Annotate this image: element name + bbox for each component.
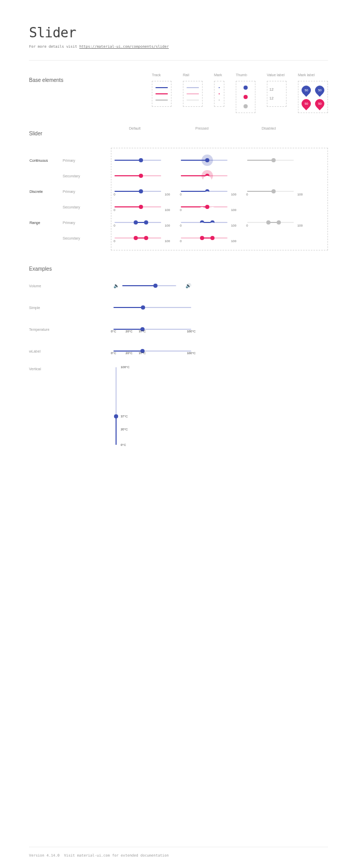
col-track: Track <box>152 73 161 77</box>
slider-continuous-disabled <box>247 155 300 166</box>
ex-vertical-label: Vertical <box>29 367 113 371</box>
slider-discrete-secondary-default[interactable]: 0100 <box>115 201 167 213</box>
col-mark: Mark <box>214 73 222 77</box>
slider-simple[interactable] <box>113 302 191 313</box>
state-pressed: Pressed <box>195 127 262 145</box>
state-disabled: Disabled <box>262 127 328 145</box>
slider-wlabel[interactable]: 37 0°C 20°C 37°C 100°C <box>113 345 191 357</box>
rail-primary <box>187 87 199 88</box>
page-title: Slider <box>29 25 328 40</box>
rail-disabled <box>187 100 199 101</box>
value-label-0: 12 <box>269 88 284 91</box>
ex-temperature-label: Temperature <box>29 328 113 331</box>
footer-divider <box>29 847 328 847</box>
thumb-samples <box>236 81 255 113</box>
col-rail: Rail <box>183 73 189 77</box>
pin-primary-right: 50 <box>313 83 326 96</box>
slider-continuous-primary-pressed[interactable] <box>181 155 234 166</box>
intro-text: For more details visit https://material-… <box>29 45 328 49</box>
mark-secondary <box>219 93 220 94</box>
mark-primary <box>219 87 220 88</box>
slider-continuous-primary-default[interactable] <box>115 155 167 166</box>
ex-wlabel-label: wLabel <box>29 349 113 353</box>
ex-volume-label: Volume <box>29 284 113 288</box>
slider-temperature[interactable]: 0°C 20°C 37°C 100°C <box>113 324 191 335</box>
thumb-disabled <box>244 104 248 108</box>
ex-simple-label: Simple <box>29 306 113 310</box>
docs-link[interactable]: https://material-ui.com/components/slide… <box>79 45 169 49</box>
slider-range-disabled: 0100 <box>247 217 300 228</box>
pin-primary-left: 50 <box>299 83 312 96</box>
mark-samples <box>214 81 224 107</box>
col-value-label: Value label <box>267 73 284 77</box>
cat-range: Range <box>30 221 63 225</box>
track-secondary <box>155 93 168 94</box>
rail-samples <box>183 81 203 107</box>
footer-note: Visit material-ui.com for extended docum… <box>64 853 168 858</box>
track-primary <box>155 87 168 88</box>
track-disabled <box>155 100 168 101</box>
track-samples <box>152 81 172 107</box>
cat-discrete: Discrete <box>30 190 63 193</box>
state-default: Default <box>129 127 195 145</box>
pin-secondary-left: 50 <box>299 97 312 110</box>
slider-range-secondary-pressed[interactable]: 40600100 <box>181 232 234 244</box>
volume-down-icon: 🔈 <box>113 283 119 288</box>
thumb-secondary <box>244 95 248 99</box>
thumb-primary <box>244 86 248 90</box>
section-slider: Slider <box>29 131 45 136</box>
slider-volume[interactable] <box>122 280 182 291</box>
section-examples: Examples <box>29 266 328 272</box>
mark-disabled <box>219 100 220 101</box>
volume-up-icon: 🔊 <box>185 283 191 288</box>
slider-range-primary-default[interactable]: 0100 <box>115 217 167 228</box>
slider-range-secondary-default[interactable]: 0100 <box>115 232 167 244</box>
pin-secondary-right: 50 <box>313 97 326 110</box>
mark-label-samples: 50 50 50 50 <box>298 81 328 113</box>
col-thumb: Thumb <box>236 73 247 77</box>
slider-discrete-primary-default[interactable]: 0100 <box>115 186 167 197</box>
var-secondary: Secondary <box>63 174 80 178</box>
slider-discrete-secondary-pressed[interactable]: 500100 <box>181 201 234 213</box>
divider <box>29 60 328 61</box>
slider-range-primary-pressed[interactable]: 40600100 <box>181 217 234 228</box>
section-base-elements: Base elements <box>29 77 67 83</box>
slider-vertical[interactable]: 0°C 20°C 37°C 100°C <box>115 367 127 445</box>
value-label-1: 12 <box>269 96 284 100</box>
rail-secondary <box>187 93 199 94</box>
cat-continuous: Continuous <box>30 159 63 162</box>
footer-version: Version 4.14.0 <box>29 853 60 858</box>
value-label-samples: 12 12 <box>267 81 287 107</box>
slider-discrete-disabled: 0100 <box>247 186 300 197</box>
intro-prefix: For more details visit <box>29 45 79 49</box>
slider-continuous-secondary-default[interactable] <box>115 170 167 181</box>
var-primary: Primary <box>63 159 75 162</box>
col-mark-label: Mark label <box>298 73 315 77</box>
